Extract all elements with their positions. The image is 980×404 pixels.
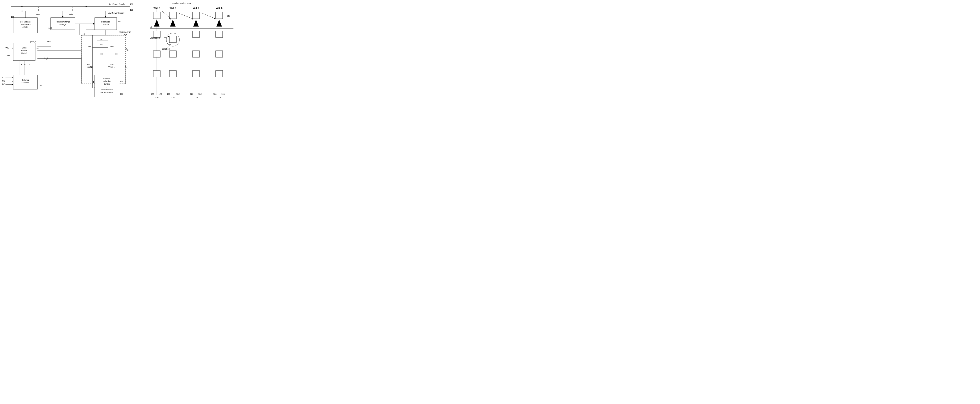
svg-text:110: 110 [171, 96, 174, 99]
svg-text:Vdd_h: Vdd_h [170, 7, 177, 9]
svg-text:120: 120 [213, 93, 216, 95]
svg-text:Precharge: Precharge [101, 21, 110, 23]
svg-marker-92 [12, 77, 13, 78]
svg-text:Column: Column [103, 78, 110, 80]
svg-text:135: 135 [11, 16, 14, 18]
svg-text:Vdd_h: Vdd_h [193, 7, 199, 9]
svg-line-77 [126, 48, 129, 50]
svg-text:Read Operation State: Read Operation State [172, 2, 191, 5]
svg-rect-136 [169, 51, 177, 57]
svg-text:Selected: Selected [162, 48, 170, 50]
svg-rect-146 [192, 51, 199, 57]
svg-text:pmc: pmc [6, 54, 11, 57]
svg-text:120: 120 [151, 93, 154, 95]
svg-text:•••: ••• [115, 52, 118, 56]
svg-rect-155 [216, 31, 223, 37]
svg-text:120: 120 [167, 93, 170, 95]
svg-text:155: 155 [36, 47, 39, 50]
svg-text:wl: wl [150, 26, 152, 29]
svg-marker-115 [93, 23, 95, 24]
svg-text:Recycle Charge: Recycle Charge [56, 21, 70, 23]
svg-rect-135 [169, 36, 177, 43]
svg-rect-157 [216, 70, 223, 77]
svg-marker-166 [214, 18, 215, 20]
svg-text:WE: WE [5, 47, 9, 49]
svg-marker-95 [12, 80, 13, 82]
svg-text:120': 120' [110, 63, 114, 65]
svg-text:Decoder: Decoder [22, 81, 29, 84]
svg-rect-156 [216, 51, 223, 57]
svg-text:125: 125 [130, 9, 133, 11]
svg-text:Memory Array: Memory Array [119, 31, 132, 33]
svg-text:CELL: CELL [100, 43, 105, 45]
svg-marker-123 [154, 20, 159, 26]
svg-text:165: 165 [88, 46, 91, 48]
svg-text:pmc_l: pmc_l [30, 41, 36, 43]
svg-marker-143 [193, 20, 199, 26]
svg-rect-125 [153, 31, 160, 37]
svg-rect-147 [192, 70, 199, 77]
svg-text:Write: Write [22, 47, 27, 49]
svg-rect-144 [192, 12, 199, 19]
svg-text:Storage: Storage [59, 23, 66, 26]
svg-text:120': 120' [176, 93, 180, 95]
svg-text:(VMC): (VMC) [22, 26, 28, 28]
svg-text:110: 110 [155, 96, 158, 99]
svg-marker-24 [62, 16, 64, 18]
svg-text:145: 145 [118, 20, 121, 22]
svg-text:Selection: Selection [103, 80, 111, 82]
svg-text:High Power Supply: High Power Supply [108, 3, 125, 5]
svg-text:115: 115 [81, 33, 85, 35]
svg-text:120': 120' [221, 93, 225, 95]
svg-text:130: 130 [130, 3, 133, 5]
svg-text:CE: CE [2, 80, 5, 82]
svg-rect-127 [153, 70, 160, 77]
svg-rect-145 [192, 31, 199, 37]
svg-text:120: 120 [190, 93, 193, 95]
svg-text:110: 110 [194, 96, 197, 99]
svg-text:150: 150 [38, 84, 42, 86]
svg-text:CE: CE [20, 63, 23, 65]
svg-rect-134 [169, 12, 177, 19]
svg-text:BE: BE [2, 83, 5, 85]
svg-marker-30 [105, 16, 107, 18]
svg-text:120': 120' [159, 93, 162, 95]
svg-text:120: 120 [87, 63, 90, 65]
svg-marker-168 [167, 36, 169, 37]
svg-text:and Write Driver: and Write Driver [100, 91, 113, 93]
svg-text:Level Switch: Level Switch [20, 23, 31, 26]
svg-rect-126 [153, 51, 160, 57]
svg-text:165': 165' [110, 46, 114, 48]
main-container: text { font-family: Arial, sans-serif; f… [0, 0, 245, 101]
svg-text:120': 120' [198, 93, 202, 95]
svg-text:140: 140 [48, 27, 52, 29]
svg-rect-124 [153, 12, 160, 19]
svg-text:Sense Amplifier: Sense Amplifier [101, 89, 113, 91]
svg-text:Bitline: Bitline [110, 66, 115, 68]
svg-text:110: 110 [100, 38, 103, 41]
svg-text:Vdd_h: Vdd_h [216, 7, 223, 9]
svg-text:vmc: vmc [47, 41, 51, 43]
svg-text:CD: CD [2, 77, 5, 79]
svg-text:170: 170 [120, 80, 123, 82]
svg-marker-153 [216, 20, 222, 26]
svg-text:Low Power Supply: Low Power Supply [108, 12, 124, 14]
svg-text:160: 160 [120, 93, 123, 95]
svg-rect-35 [13, 43, 35, 61]
svg-text:Switch: Switch [104, 83, 110, 85]
svg-rect-137 [169, 70, 177, 77]
svg-text:Vdd_h: Vdd_h [153, 7, 160, 9]
left-circuit-diagram: text { font-family: Arial, sans-serif; f… [0, 0, 150, 101]
svg-text:Switch: Switch [21, 52, 27, 54]
svg-marker-98 [12, 84, 13, 85]
svg-text:•••: ••• [100, 52, 103, 56]
svg-text:Enable: Enable [21, 50, 27, 51]
svg-rect-154 [216, 12, 223, 19]
svg-marker-132 [170, 20, 175, 26]
svg-text:180b: 180b [68, 13, 73, 16]
svg-marker-42 [12, 47, 13, 49]
svg-text:110: 110 [217, 96, 221, 99]
svg-text:115: 115 [227, 15, 230, 17]
svg-text:180a: 180a [35, 13, 40, 16]
right-read-operation-diagram: text { font-family: Arial, sans-serif; f… [150, 0, 245, 101]
